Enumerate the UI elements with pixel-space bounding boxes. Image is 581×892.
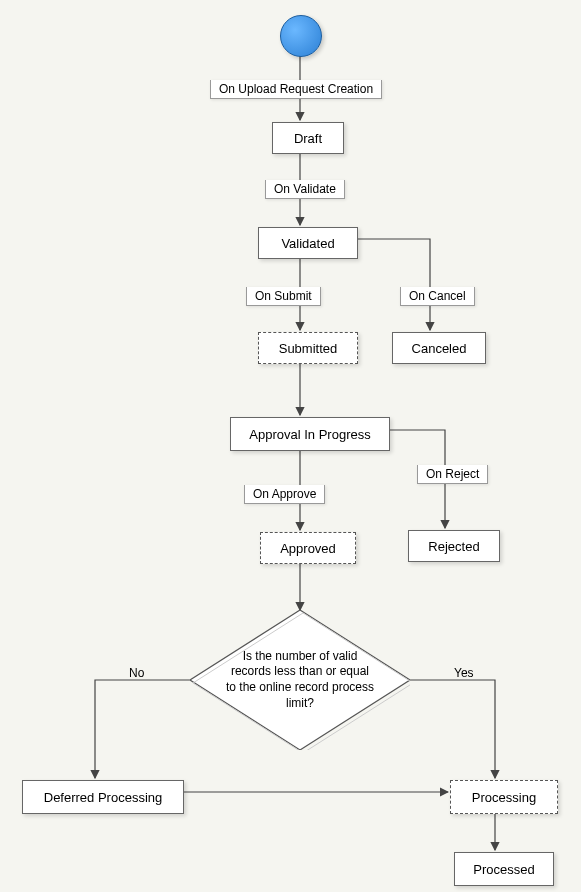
edge-label-validated-canceled: On Cancel [400, 287, 475, 306]
state-rejected-label: Rejected [428, 539, 479, 554]
state-processing-label: Processing [472, 790, 536, 805]
decision-no-label: No [125, 664, 148, 682]
state-submitted-label: Submitted [279, 341, 338, 356]
edge-label-draft-validated: On Validate [265, 180, 345, 199]
decision-diamond: Is the number of valid records less than… [190, 610, 410, 750]
edge-label-validated-submitted: On Submit [246, 287, 321, 306]
edge-label-aip-approved: On Approve [244, 485, 325, 504]
state-deferred-label: Deferred Processing [44, 790, 163, 805]
state-submitted: Submitted [258, 332, 358, 364]
state-validated-label: Validated [281, 236, 334, 251]
state-canceled: Canceled [392, 332, 486, 364]
state-approved-label: Approved [280, 541, 336, 556]
state-rejected: Rejected [408, 530, 500, 562]
state-processed: Processed [454, 852, 554, 886]
edge-label-start-draft: On Upload Request Creation [210, 80, 382, 99]
state-draft: Draft [272, 122, 344, 154]
state-deferred-processing: Deferred Processing [22, 780, 184, 814]
edge-label-aip-rejected: On Reject [417, 465, 488, 484]
state-approval-in-progress: Approval In Progress [230, 417, 390, 451]
state-processed-label: Processed [473, 862, 534, 877]
decision-text: Is the number of valid records less than… [225, 649, 375, 711]
state-processing: Processing [450, 780, 558, 814]
state-validated: Validated [258, 227, 358, 259]
decision-yes-label: Yes [450, 664, 478, 682]
state-draft-label: Draft [294, 131, 322, 146]
state-approved: Approved [260, 532, 356, 564]
state-aip-label: Approval In Progress [249, 427, 370, 442]
state-canceled-label: Canceled [412, 341, 467, 356]
start-node [280, 15, 322, 57]
